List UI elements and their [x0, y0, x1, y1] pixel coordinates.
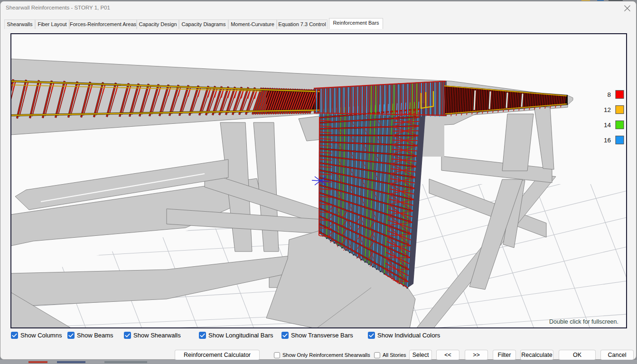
svg-text:Double click for fullscreen.: Double click for fullscreen.: [549, 318, 618, 325]
svg-text:14: 14: [604, 121, 611, 129]
svg-text:8: 8: [607, 91, 611, 98]
svg-text:12: 12: [604, 106, 611, 113]
svg-text:16: 16: [604, 137, 611, 144]
